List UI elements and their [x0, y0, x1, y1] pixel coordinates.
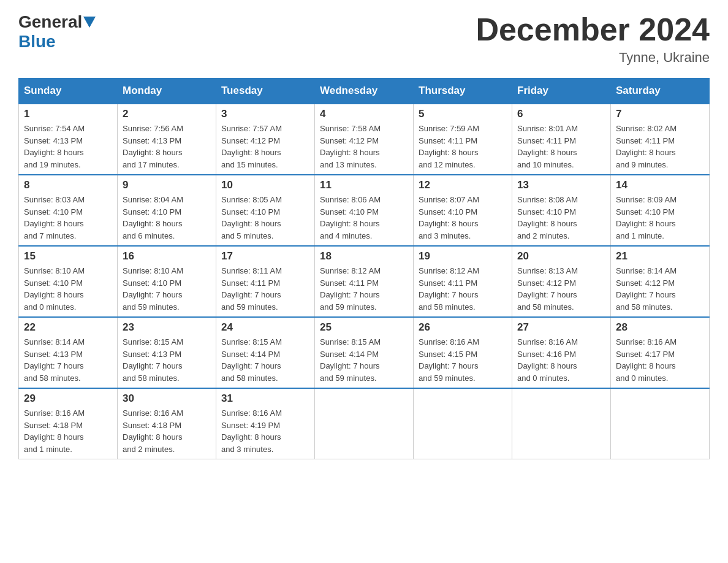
header-wednesday: Wednesday: [315, 79, 414, 104]
day-info: Sunrise: 8:02 AM Sunset: 4:11 PM Dayligh…: [616, 123, 704, 170]
day-number: 12: [419, 179, 507, 191]
calendar-cell: 15 Sunrise: 8:10 AM Sunset: 4:10 PM Dayl…: [19, 246, 118, 317]
day-number: 27: [517, 321, 605, 334]
day-info: Sunrise: 8:06 AM Sunset: 4:10 PM Dayligh…: [320, 194, 408, 242]
calendar-subtitle: Tynne, Ukraine: [476, 50, 710, 66]
calendar-cell: 30 Sunrise: 8:16 AM Sunset: 4:18 PM Dayl…: [118, 388, 216, 459]
day-number: 25: [320, 321, 408, 334]
day-number: 20: [517, 250, 605, 262]
calendar-cell: 3 Sunrise: 7:57 AM Sunset: 4:12 PM Dayli…: [216, 104, 315, 175]
calendar-cell: 13 Sunrise: 8:08 AM Sunset: 4:10 PM Dayl…: [512, 175, 611, 246]
day-info: Sunrise: 8:16 AM Sunset: 4:18 PM Dayligh…: [123, 407, 211, 455]
calendar-cell: 12 Sunrise: 8:07 AM Sunset: 4:10 PM Dayl…: [414, 175, 512, 246]
calendar-cell: 2 Sunrise: 7:56 AM Sunset: 4:13 PM Dayli…: [118, 104, 216, 175]
day-info: Sunrise: 8:16 AM Sunset: 4:15 PM Dayligh…: [419, 336, 507, 384]
day-info: Sunrise: 8:13 AM Sunset: 4:12 PM Dayligh…: [517, 265, 605, 313]
day-info: Sunrise: 8:05 AM Sunset: 4:10 PM Dayligh…: [221, 194, 309, 242]
week-row-1: 1 Sunrise: 7:54 AM Sunset: 4:13 PM Dayli…: [19, 104, 710, 175]
day-info: Sunrise: 8:14 AM Sunset: 4:13 PM Dayligh…: [24, 336, 112, 384]
calendar-table: Sunday Monday Tuesday Wednesday Thursday…: [18, 78, 710, 459]
calendar-cell: [611, 388, 710, 459]
day-info: Sunrise: 8:04 AM Sunset: 4:10 PM Dayligh…: [123, 194, 211, 242]
calendar-cell: 22 Sunrise: 8:14 AM Sunset: 4:13 PM Dayl…: [19, 317, 118, 388]
day-info: Sunrise: 8:11 AM Sunset: 4:11 PM Dayligh…: [221, 265, 309, 313]
calendar-cell: [414, 388, 512, 459]
header-sunday: Sunday: [19, 79, 118, 104]
day-info: Sunrise: 8:14 AM Sunset: 4:12 PM Dayligh…: [616, 265, 704, 313]
day-info: Sunrise: 8:16 AM Sunset: 4:16 PM Dayligh…: [517, 336, 605, 384]
day-number: 24: [221, 321, 309, 334]
logo-general-text: General: [18, 12, 82, 32]
day-info: Sunrise: 8:08 AM Sunset: 4:10 PM Dayligh…: [517, 194, 605, 242]
day-info: Sunrise: 8:10 AM Sunset: 4:10 PM Dayligh…: [24, 265, 112, 313]
week-row-2: 8 Sunrise: 8:03 AM Sunset: 4:10 PM Dayli…: [19, 175, 710, 246]
header-saturday: Saturday: [611, 79, 710, 104]
calendar-cell: 4 Sunrise: 7:58 AM Sunset: 4:12 PM Dayli…: [315, 104, 414, 175]
calendar-cell: [315, 388, 414, 459]
day-info: Sunrise: 7:57 AM Sunset: 4:12 PM Dayligh…: [221, 123, 309, 170]
day-info: Sunrise: 8:10 AM Sunset: 4:10 PM Dayligh…: [123, 265, 211, 313]
day-number: 18: [320, 250, 408, 262]
day-number: 21: [616, 250, 704, 262]
calendar-title: December 2024: [476, 12, 710, 47]
calendar-cell: 5 Sunrise: 7:59 AM Sunset: 4:11 PM Dayli…: [414, 104, 512, 175]
calendar-cell: 25 Sunrise: 8:15 AM Sunset: 4:14 PM Dayl…: [315, 317, 414, 388]
day-info: Sunrise: 8:03 AM Sunset: 4:10 PM Dayligh…: [24, 194, 112, 242]
day-info: Sunrise: 8:15 AM Sunset: 4:13 PM Dayligh…: [123, 336, 211, 384]
day-number: 30: [123, 393, 211, 405]
calendar-cell: 19 Sunrise: 8:12 AM Sunset: 4:11 PM Dayl…: [414, 246, 512, 317]
day-info: Sunrise: 8:12 AM Sunset: 4:11 PM Dayligh…: [419, 265, 507, 313]
calendar-cell: 8 Sunrise: 8:03 AM Sunset: 4:10 PM Dayli…: [19, 175, 118, 246]
day-number: 23: [123, 321, 211, 334]
calendar-cell: 10 Sunrise: 8:05 AM Sunset: 4:10 PM Dayl…: [216, 175, 315, 246]
calendar-cell: 24 Sunrise: 8:15 AM Sunset: 4:14 PM Dayl…: [216, 317, 315, 388]
day-number: 31: [221, 393, 309, 405]
calendar-cell: 28 Sunrise: 8:16 AM Sunset: 4:17 PM Dayl…: [611, 317, 710, 388]
calendar-cell: 23 Sunrise: 8:15 AM Sunset: 4:13 PM Dayl…: [118, 317, 216, 388]
header-monday: Monday: [118, 79, 216, 104]
day-number: 7: [616, 108, 704, 120]
day-number: 3: [221, 108, 309, 120]
title-section: December 2024 Tynne, Ukraine: [476, 12, 710, 66]
day-number: 11: [320, 179, 408, 191]
day-number: 29: [24, 393, 112, 405]
day-number: 14: [616, 179, 704, 191]
day-info: Sunrise: 8:12 AM Sunset: 4:11 PM Dayligh…: [320, 265, 408, 313]
calendar-cell: 14 Sunrise: 8:09 AM Sunset: 4:10 PM Dayl…: [611, 175, 710, 246]
calendar-cell: 11 Sunrise: 8:06 AM Sunset: 4:10 PM Dayl…: [315, 175, 414, 246]
week-row-5: 29 Sunrise: 8:16 AM Sunset: 4:18 PM Dayl…: [19, 388, 710, 459]
calendar-cell: 26 Sunrise: 8:16 AM Sunset: 4:15 PM Dayl…: [414, 317, 512, 388]
day-number: 17: [221, 250, 309, 262]
calendar-cell: 20 Sunrise: 8:13 AM Sunset: 4:12 PM Dayl…: [512, 246, 611, 317]
day-info: Sunrise: 7:59 AM Sunset: 4:11 PM Dayligh…: [419, 123, 507, 170]
day-number: 6: [517, 108, 605, 120]
day-info: Sunrise: 8:16 AM Sunset: 4:19 PM Dayligh…: [221, 407, 309, 455]
day-number: 22: [24, 321, 112, 334]
calendar-cell: 16 Sunrise: 8:10 AM Sunset: 4:10 PM Dayl…: [118, 246, 216, 317]
day-info: Sunrise: 8:09 AM Sunset: 4:10 PM Dayligh…: [616, 194, 704, 242]
day-number: 16: [123, 250, 211, 262]
day-info: Sunrise: 7:56 AM Sunset: 4:13 PM Dayligh…: [123, 123, 211, 170]
day-number: 1: [24, 108, 112, 120]
logo-arrow-icon: [83, 17, 96, 28]
calendar-cell: 18 Sunrise: 8:12 AM Sunset: 4:11 PM Dayl…: [315, 246, 414, 317]
day-number: 9: [123, 179, 211, 191]
calendar-cell: 29 Sunrise: 8:16 AM Sunset: 4:18 PM Dayl…: [19, 388, 118, 459]
calendar-cell: 9 Sunrise: 8:04 AM Sunset: 4:10 PM Dayli…: [118, 175, 216, 246]
day-info: Sunrise: 8:15 AM Sunset: 4:14 PM Dayligh…: [320, 336, 408, 384]
calendar-cell: 31 Sunrise: 8:16 AM Sunset: 4:19 PM Dayl…: [216, 388, 315, 459]
day-info: Sunrise: 8:16 AM Sunset: 4:17 PM Dayligh…: [616, 336, 704, 384]
day-number: 4: [320, 108, 408, 120]
calendar-cell: 17 Sunrise: 8:11 AM Sunset: 4:11 PM Dayl…: [216, 246, 315, 317]
day-info: Sunrise: 8:07 AM Sunset: 4:10 PM Dayligh…: [419, 194, 507, 242]
day-info: Sunrise: 7:54 AM Sunset: 4:13 PM Dayligh…: [24, 123, 112, 170]
weekday-header-row: Sunday Monday Tuesday Wednesday Thursday…: [19, 79, 710, 104]
day-info: Sunrise: 8:01 AM Sunset: 4:11 PM Dayligh…: [517, 123, 605, 170]
day-info: Sunrise: 8:16 AM Sunset: 4:18 PM Dayligh…: [24, 407, 112, 455]
calendar-cell: 1 Sunrise: 7:54 AM Sunset: 4:13 PM Dayli…: [19, 104, 118, 175]
page-header: General Blue December 2024 Tynne, Ukrain…: [18, 12, 710, 66]
header-thursday: Thursday: [414, 79, 512, 104]
calendar-cell: 27 Sunrise: 8:16 AM Sunset: 4:16 PM Dayl…: [512, 317, 611, 388]
day-number: 26: [419, 321, 507, 334]
day-number: 10: [221, 179, 309, 191]
